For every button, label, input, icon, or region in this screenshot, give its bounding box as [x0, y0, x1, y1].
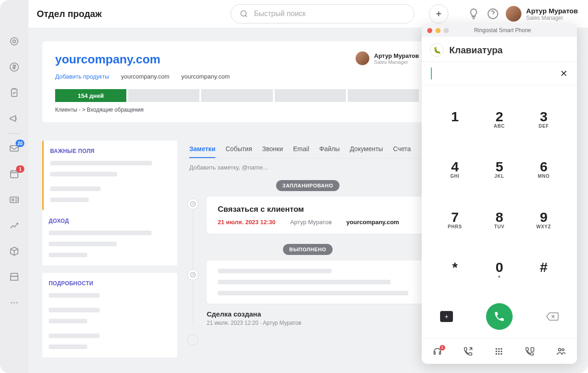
dialpad-key-9[interactable]: 9WXYZ: [521, 194, 566, 245]
dialpad-key-2[interactable]: 2ABC: [477, 94, 522, 144]
skeleton: [50, 172, 117, 176]
pipeline-stage[interactable]: [275, 89, 346, 102]
task-card[interactable]: Связаться с клиентом 21 июля. 2023 12:30…: [207, 197, 432, 234]
sms-button[interactable]: +: [440, 311, 453, 322]
dialpad-key-3[interactable]: 3DEF: [521, 94, 566, 144]
nav-dialpad-icon[interactable]: [494, 346, 504, 356]
help-icon[interactable]: [486, 7, 499, 20]
dialpad-key-8[interactable]: 8TUV: [477, 194, 522, 245]
key-digit: 1: [451, 109, 459, 124]
dialpad-key-*[interactable]: *: [433, 245, 477, 295]
tab-calls[interactable]: Звонки: [262, 141, 283, 158]
pipeline-stage[interactable]: [201, 89, 272, 102]
note-input[interactable]: Добавить заметку, @name...: [184, 158, 432, 176]
dialpad-key-#[interactable]: #: [521, 245, 566, 295]
dialpad-key-7[interactable]: 7PHRS: [433, 194, 477, 245]
tab-docs[interactable]: Документы: [350, 141, 383, 158]
dialpad-key-6[interactable]: 6MNO: [521, 144, 566, 195]
add-products-link[interactable]: Добавить продукты: [55, 73, 109, 80]
tab-email[interactable]: Email: [293, 141, 309, 158]
svg-point-9: [14, 302, 15, 304]
store-icon[interactable]: [9, 271, 20, 283]
svg-point-22: [498, 353, 500, 355]
key-digit: 7: [451, 209, 459, 225]
key-digit: 4: [451, 159, 459, 175]
package-icon[interactable]: [9, 246, 20, 257]
dialpad-key-5[interactable]: 5JKL: [477, 144, 522, 195]
tab-bills[interactable]: Счета: [393, 141, 411, 158]
target-icon[interactable]: [9, 36, 20, 47]
key-letters: MNO: [538, 174, 550, 179]
svg-point-15: [496, 348, 498, 350]
add-button[interactable]: [429, 4, 448, 23]
skeleton: [49, 242, 117, 246]
panel-title: ПОДРОБНОСТИ: [49, 280, 170, 287]
key-letters: WXYZ: [537, 224, 551, 230]
bulb-icon[interactable]: [467, 7, 480, 20]
nav-contacts-icon[interactable]: [555, 346, 566, 356]
skeleton: [49, 308, 100, 312]
tab-files[interactable]: Файлы: [319, 141, 339, 158]
nav-callbook-icon[interactable]: [525, 346, 535, 356]
clipboard-icon[interactable]: [9, 87, 20, 98]
phone-window-title: Ringostat Smart Phone: [452, 27, 553, 34]
tab-events[interactable]: События: [226, 141, 252, 158]
call-button[interactable]: [486, 303, 513, 330]
mail-icon[interactable]: 20: [9, 143, 20, 154]
task-due: 21 июля. 2023 12:30: [218, 219, 276, 226]
megaphone-icon[interactable]: [9, 113, 20, 124]
deal-owner[interactable]: Артур Муратов Sales Manager: [356, 51, 419, 65]
contact-icon[interactable]: [9, 194, 20, 205]
calendar-badge: 1: [16, 165, 24, 173]
key-letters: GHI: [450, 174, 459, 179]
dollar-icon[interactable]: [9, 62, 20, 73]
deal-company-2[interactable]: yourcompany.com: [181, 73, 230, 80]
header-user[interactable]: Артур Муратов Sales Manager: [506, 6, 578, 22]
pipeline-stage[interactable]: [348, 89, 419, 102]
user-role: Sales Manager: [526, 15, 578, 21]
phone-logo: 🐛: [430, 43, 444, 57]
panel-details: ПОДРОБНОСТИ: [42, 273, 177, 357]
panel-important: ВАЖНЫЕ ПОЛЯ: [42, 141, 177, 210]
deal-created: Сделка создана 21 июля. 2023 12:20 · Арт…: [207, 310, 432, 326]
skeleton: [50, 186, 101, 191]
key-digit: 9: [540, 209, 548, 225]
header-right: Артур Муратов Sales Manager: [467, 6, 578, 22]
page-title: Отдел продаж: [37, 9, 102, 19]
nav-headset-icon[interactable]: 1: [432, 346, 442, 356]
task-card-placeholder[interactable]: [207, 260, 432, 304]
key-digit: *: [452, 260, 458, 275]
tab-notes[interactable]: Заметки: [189, 141, 215, 158]
key-letters: TUV: [494, 224, 504, 230]
dialpad-key-4[interactable]: 4GHI: [433, 144, 477, 195]
key-digit: 0: [496, 260, 503, 275]
phone-title: Клавиатура: [449, 45, 503, 56]
owner-role: Sales Manager: [374, 59, 419, 65]
dialpad-key-1[interactable]: 1: [433, 94, 477, 144]
window-minimize[interactable]: [435, 28, 441, 33]
search-input[interactable]: [254, 10, 406, 18]
deal-company-1[interactable]: yourcompany.com: [121, 73, 170, 80]
key-letters: JKL: [494, 174, 504, 179]
panel-title: ВАЖНЫЕ ПОЛЯ: [50, 148, 170, 154]
svg-point-25: [559, 348, 561, 351]
pipeline-stage[interactable]: [128, 89, 199, 102]
backspace-button[interactable]: [546, 312, 559, 321]
clear-input-icon[interactable]: ✕: [560, 68, 568, 79]
more-icon[interactable]: [9, 297, 20, 308]
skeleton: [49, 319, 87, 323]
avatar: [356, 51, 369, 65]
mail-badge: 20: [16, 140, 24, 147]
key-letters: PHRS: [448, 224, 462, 230]
window-maximize[interactable]: [444, 28, 449, 33]
task-owner: Артур Муратов: [290, 219, 332, 226]
pipeline-stage-active[interactable]: 154 дней: [55, 89, 126, 102]
svg-point-19: [498, 350, 500, 352]
calendar-icon[interactable]: 1: [9, 169, 20, 180]
nav-callout-icon[interactable]: [463, 346, 473, 356]
phone-number-input[interactable]: ✕: [422, 62, 577, 85]
search-box[interactable]: [231, 4, 414, 23]
window-close[interactable]: [427, 28, 432, 33]
chart-icon[interactable]: [9, 220, 20, 231]
dialpad-key-0[interactable]: 0+: [477, 245, 522, 295]
